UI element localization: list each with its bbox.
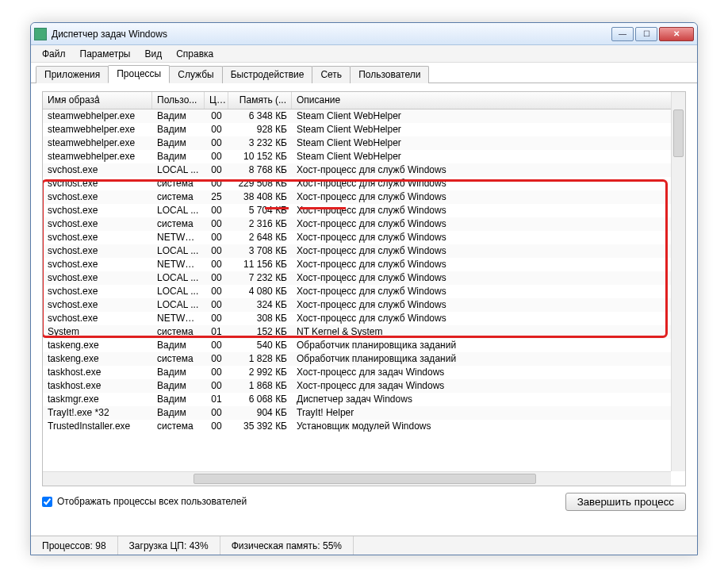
process-memory: 1 868 КБ	[228, 379, 292, 393]
process-name: svchost.exe	[43, 217, 152, 231]
process-desc: Обработчик планировщика заданий	[292, 352, 671, 366]
tab-network[interactable]: Сеть	[312, 66, 351, 83]
col-desc[interactable]: Описание	[292, 92, 685, 109]
process-name: svchost.exe	[43, 258, 152, 271]
process-name: svchost.exe	[43, 312, 152, 325]
horizontal-scrollbar-thumb[interactable]	[193, 474, 536, 484]
table-row[interactable]: steamwebhelper.exeВадим003 232 КБSteam C…	[43, 136, 671, 150]
process-user: LOCAL ...	[152, 298, 205, 312]
process-cpu: 00	[205, 150, 228, 163]
col-memory[interactable]: Память (...	[228, 92, 292, 109]
table-row[interactable]: steamwebhelper.exeВадим006 348 КБSteam C…	[43, 109, 671, 123]
horizontal-scrollbar[interactable]	[43, 471, 671, 486]
process-user: LOCAL ...	[152, 163, 205, 177]
process-memory: 928 КБ	[228, 123, 292, 136]
process-memory: 152 КБ	[228, 325, 292, 339]
table-row[interactable]: steamwebhelper.exeВадим0010 152 КБSteam …	[43, 150, 671, 163]
minimize-button[interactable]: —	[611, 27, 634, 41]
table-row[interactable]: svchost.exeNETWO...002 648 КБХост-процес…	[43, 231, 671, 244]
table-header: ▲Имя образа Пользо... ЦП Память (... Опи…	[43, 92, 685, 109]
process-desc: Steam Client WebHelper	[292, 150, 671, 163]
col-cpu[interactable]: ЦП	[205, 92, 228, 109]
table-row[interactable]: svchost.exeLOCAL ...008 768 КБХост-проце…	[43, 163, 671, 177]
tab-performance[interactable]: Быстродействие	[222, 66, 313, 83]
window-title: Диспетчер задач Windows	[52, 29, 611, 40]
process-desc: Хост-процесс для служб Windows	[292, 190, 671, 204]
table-row[interactable]: svchost.exeLOCAL ...003 708 КБХост-проце…	[43, 244, 671, 258]
tab-users[interactable]: Пользователи	[350, 66, 429, 83]
table-row[interactable]: svchost.exeLOCAL ...004 080 КБХост-проце…	[43, 285, 671, 298]
process-memory: 308 КБ	[228, 312, 292, 325]
table-row[interactable]: svchost.exeLOCAL ...007 232 КБХост-проце…	[43, 271, 671, 285]
process-cpu: 00	[205, 339, 228, 352]
table-row[interactable]: svchost.exeNETWO...0011 156 КБХост-проце…	[43, 258, 671, 271]
vertical-scrollbar-thumb[interactable]	[673, 109, 684, 157]
end-process-button[interactable]: Завершить процесс	[565, 493, 686, 511]
col-image[interactable]: ▲Имя образа	[43, 92, 152, 109]
process-memory: 4 080 КБ	[228, 285, 292, 298]
process-table: ▲Имя образа Пользо... ЦП Память (... Опи…	[42, 91, 686, 486]
table-row[interactable]: taskhost.exeВадим001 868 КБХост-процесс …	[43, 379, 671, 393]
process-user: система	[152, 325, 205, 339]
process-cpu: 00	[205, 406, 228, 420]
process-memory: 5 704 КБ	[228, 204, 292, 217]
table-row[interactable]: TrustedInstaller.exeсистема0035 392 КБУс…	[43, 420, 671, 433]
process-name: TrayIt!.exe *32	[43, 406, 152, 420]
table-row[interactable]: svchost.exeLOCAL ...00324 КБХост-процесс…	[43, 298, 671, 312]
table-row[interactable]: svchost.exeсистема002 316 КБХост-процесс…	[43, 217, 671, 231]
table-body[interactable]: steamwebhelper.exeВадим006 348 КБSteam C…	[43, 109, 671, 471]
tab-services[interactable]: Службы	[169, 66, 222, 83]
tabbar: Приложения Процессы Службы Быстродействи…	[31, 63, 697, 83]
tab-applications[interactable]: Приложения	[36, 66, 109, 83]
table-row[interactable]: taskeng.exeВадим00540 КБОбработчик плани…	[43, 339, 671, 352]
process-desc: Steam Client WebHelper	[292, 136, 671, 150]
process-cpu: 00	[205, 109, 228, 123]
menu-file[interactable]: Файл	[36, 47, 72, 61]
process-memory: 6 348 КБ	[228, 109, 292, 123]
table-row[interactable]: steamwebhelper.exeВадим00928 КБSteam Cli…	[43, 123, 671, 136]
table-row[interactable]: Systemсистема01152 КБNT Kernel & System	[43, 325, 671, 339]
process-user: система	[152, 177, 205, 190]
process-name: taskeng.exe	[43, 339, 152, 352]
process-name: taskeng.exe	[43, 352, 152, 366]
process-user: LOCAL ...	[152, 285, 205, 298]
menu-params[interactable]: Параметры	[74, 47, 137, 61]
process-user: Вадим	[152, 406, 205, 420]
close-button[interactable]: ✕	[659, 27, 694, 41]
table-row[interactable]: taskhost.exeВадим002 992 КБХост-процесс …	[43, 366, 671, 379]
show-all-users-input[interactable]	[42, 497, 52, 507]
process-desc: TrayIt! Helper	[292, 406, 671, 420]
tab-processes[interactable]: Процессы	[108, 65, 170, 83]
table-row[interactable]: taskeng.exeсистема001 828 КБОбработчик п…	[43, 352, 671, 366]
process-memory: 540 КБ	[228, 339, 292, 352]
process-memory: 10 152 КБ	[228, 150, 292, 163]
menu-view[interactable]: Вид	[138, 47, 168, 61]
process-name: svchost.exe	[43, 298, 152, 312]
table-row[interactable]: taskmgr.exeВадим016 068 КБДиспетчер зада…	[43, 393, 671, 406]
process-name: steamwebhelper.exe	[43, 150, 152, 163]
table-row[interactable]: svchost.exeсистема00229 508 КБХост-проце…	[43, 177, 671, 190]
show-all-users-label: Отображать процессы всех пользователей	[57, 496, 247, 507]
bottom-row: Отображать процессы всех пользователей З…	[42, 491, 686, 512]
process-cpu: 00	[205, 285, 228, 298]
menu-help[interactable]: Справка	[170, 47, 220, 61]
vertical-scrollbar[interactable]	[671, 92, 685, 471]
process-user: система	[152, 217, 205, 231]
col-user[interactable]: Пользо...	[152, 92, 205, 109]
table-row[interactable]: TrayIt!.exe *32Вадим00904 КБTrayIt! Help…	[43, 406, 671, 420]
titlebar[interactable]: Диспетчер задач Windows — ☐ ✕	[31, 23, 697, 45]
app-icon	[34, 28, 47, 40]
process-user: NETWO...	[152, 312, 205, 325]
process-desc: Steam Client WebHelper	[292, 123, 671, 136]
process-desc: Steam Client WebHelper	[292, 109, 671, 123]
process-desc: Хост-процесс для служб Windows	[292, 298, 671, 312]
process-desc: Хост-процесс для служб Windows	[292, 285, 671, 298]
show-all-users-checkbox[interactable]: Отображать процессы всех пользователей	[42, 496, 247, 507]
table-row[interactable]: svchost.exeNETWO...00308 КБХост-процесс …	[43, 312, 671, 325]
process-name: svchost.exe	[43, 163, 152, 177]
maximize-button[interactable]: ☐	[635, 27, 657, 41]
status-memory: Физическая память: 55%	[220, 536, 354, 555]
table-row[interactable]: svchost.exeсистема2538 408 КБХост-процес…	[43, 190, 671, 204]
process-desc: Хост-процесс для служб Windows	[292, 177, 671, 190]
table-row[interactable]: svchost.exeLOCAL ...005 704 КБХост-проце…	[43, 204, 671, 217]
